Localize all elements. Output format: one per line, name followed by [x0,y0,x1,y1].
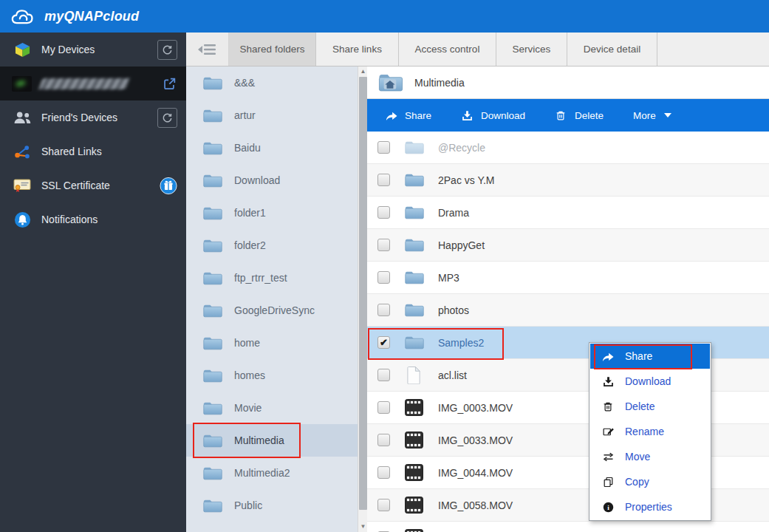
left-sidebar: My Devices Friend's Devices Shared Links… [0,33,186,532]
row-checkbox[interactable]: ✔ [377,336,390,349]
context-menu-move[interactable]: Move [590,444,710,469]
action-toolbar: Share Download Delete More [367,99,769,132]
sidebar-item-friend-s-devices[interactable]: Friend's Devices [0,100,186,134]
refresh-button[interactable] [157,40,177,60]
folder-icon [202,140,223,156]
folder-item-label: Movie [234,402,262,414]
context-menu-label: Delete [625,400,654,412]
context-menu-delete[interactable]: Delete [590,394,710,419]
sidebar-item-device[interactable] [0,66,186,100]
folder-item-artur[interactable]: artur [186,99,358,132]
toolbar-share-button[interactable]: Share [385,109,431,122]
row-checkbox[interactable] [377,401,390,414]
context-menu-copy[interactable]: Copy [590,469,710,494]
folder-icon [403,301,425,320]
row-checkbox[interactable] [377,174,390,186]
tab-bar: Shared foldersShare linksAccess controlS… [186,33,769,66]
context-menu-label: Properties [625,501,672,513]
copy-icon [601,475,615,488]
file-row-happyget[interactable]: HappyGet [367,229,769,262]
row-checkbox[interactable] [377,239,390,251]
row-checkbox[interactable] [377,466,390,479]
toolbar-delete-button[interactable]: Delete [555,109,604,122]
context-menu-label: Rename [625,426,664,437]
sidebar-item-label: My Devices [41,44,157,55]
context-menu-download[interactable]: Download [590,369,710,394]
download-icon [601,375,615,388]
folder-item-home[interactable]: home [186,327,358,359]
folder-item-ftp-rtrr-test[interactable]: ftp_rtrr_test [186,262,358,294]
row-checkbox[interactable] [377,141,390,154]
file-name-label: HappyGet [438,239,485,251]
sidebar-item-notifications[interactable]: Notifications [0,202,186,236]
tab-label: Access control [415,44,480,55]
toolbar-button-label: Download [481,110,525,121]
rename-icon [601,425,615,438]
toolbar-more-button[interactable]: More [633,110,671,121]
row-checkbox[interactable] [377,271,390,284]
folder-item-download[interactable]: Download [186,164,358,197]
scrollbar-thumb[interactable] [359,77,367,510]
folder-icon [202,466,223,481]
tab-access-control[interactable]: Access control [399,33,496,66]
tab-services[interactable]: Services [496,33,567,66]
qnap-cloud-logo-icon [10,6,38,27]
folder-item-movie[interactable]: Movie [186,392,358,424]
folder-item-multimedia2[interactable]: Multimedia2 [186,457,358,489]
folder-icon [202,270,223,286]
sidebar-item-label: Notifications [41,214,177,225]
tab-device-detail[interactable]: Device detail [567,33,657,66]
tab-shared-folders[interactable]: Shared folders [229,33,316,66]
tab-share-links[interactable]: Share links [316,33,399,66]
folder-item-folder1[interactable]: folder1 [186,197,358,229]
folder-item-baidu[interactable]: Baidu [186,132,358,164]
folder-item-label: GoogleDriveSync [234,304,315,316]
folder-item-homes[interactable]: homes [186,359,358,392]
file-name-label: IMG_0058.MOV [438,499,513,511]
file-name-label: acl.list [438,369,467,381]
row-checkbox[interactable] [377,499,390,511]
context-menu: Share Download Delete Rename Move Copy i… [589,342,711,521]
file-row-photos[interactable]: photos [367,294,769,327]
folder-item-multimedia[interactable]: Multimedia [186,424,358,457]
context-menu-share[interactable]: Share [590,344,710,369]
context-menu-properties[interactable]: i Properties [590,494,710,519]
sidebar-item-ssl-certificate[interactable]: SSL Certificate [0,168,186,202]
folder-icon [403,203,425,222]
row-checkbox[interactable] [377,304,390,316]
file-row-mp3[interactable]: MP3 [367,262,769,294]
folder-item-googledrivesync[interactable]: GoogleDriveSync [186,294,358,327]
folder-item-public[interactable]: Public [186,489,358,522]
video-icon [403,431,425,450]
home-folder-icon[interactable] [377,72,404,93]
folder-item-folder2[interactable]: folder2 [186,229,358,262]
folder-icon [403,333,425,352]
folder-panel-scrollbar[interactable]: ▲ ▼ [358,66,367,532]
folder-icon [202,368,223,383]
file-row-recycle[interactable]: @Recycle [367,132,769,164]
context-menu-label: Download [625,375,671,387]
file-row-drama[interactable]: Drama [367,197,769,229]
folder-item-label: ftp_rtrr_test [234,272,287,284]
collapse-panel-button[interactable] [186,33,229,66]
tab-label: Shared folders [240,44,305,55]
external-link-icon[interactable] [163,76,177,91]
folder-item-special[interactable]: &&& [186,66,358,99]
sidebar-item-shared-links[interactable]: Shared Links [0,134,186,168]
context-menu-rename[interactable]: Rename [590,419,710,444]
toolbar-download-button[interactable]: Download [461,109,525,122]
row-checkbox[interactable] [377,206,390,219]
share-nodes-icon [12,143,33,160]
folder-icon [202,173,223,188]
refresh-button[interactable] [157,108,177,128]
folder-item-label: folder2 [234,239,266,251]
sidebar-item-my-devices[interactable]: My Devices [0,33,186,66]
file-name-label: @Recycle [438,142,485,154]
file-name-label: 2Pac vs Y.M [438,174,495,186]
row-checkbox[interactable] [377,434,390,446]
row-checkbox[interactable] [377,369,390,381]
device-thumbnail [12,76,32,92]
file-row-partial[interactable] [367,522,769,532]
file-row-2pac-vs-y-m[interactable]: 2Pac vs Y.M [367,164,769,197]
folder-item-label: Download [234,174,280,186]
